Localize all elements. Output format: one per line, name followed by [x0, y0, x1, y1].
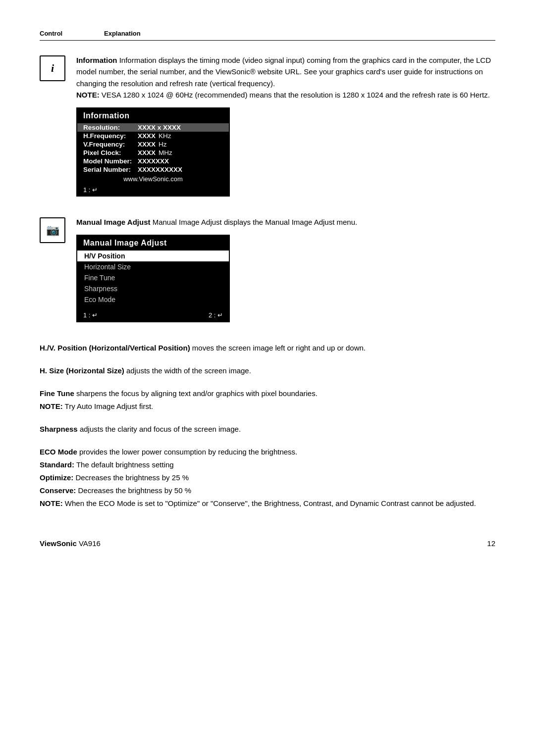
footer-brand-model: ViewSonic VA916	[40, 539, 101, 548]
mia-section: 📷 Manual Image Adjust Manual Image Adjus…	[40, 216, 495, 326]
information-osd-title: Information	[77, 108, 229, 123]
fine-tune-note-label: NOTE:	[40, 402, 63, 410]
eco-optimize-bold: Optimize:	[40, 473, 73, 482]
fine-tune-section: Fine Tune sharpens the focus by aligning…	[40, 388, 495, 412]
information-osd-box: Information Resolution: XXXX x XXXX H.Fr…	[76, 107, 230, 197]
mia-item-sharpness: Sharpness	[77, 283, 229, 294]
mia-desc-text: Manual Image Adjust displays the Manual …	[153, 218, 358, 226]
information-note-text: VESA 1280 x 1024 @ 60Hz (recommended) me…	[102, 91, 490, 99]
osd-vfreq-value: XXXX	[138, 141, 156, 148]
hv-position-section: H./V. Position (Horizontal/Vertical Posi…	[40, 342, 495, 354]
information-note-label: NOTE:	[76, 91, 100, 99]
osd-model-value: XXXXXXX	[138, 157, 169, 165]
mia-item-hsize: Horizontal Size	[77, 261, 229, 272]
explanation-column-header: Explanation	[104, 30, 141, 37]
hv-position-bold: H./V. Position (Horizontal/Vertical Posi…	[40, 344, 190, 352]
sharpness-text: Sharpness adjusts the clarity and focus …	[40, 423, 495, 435]
osd-model-label: Model Number:	[83, 157, 138, 165]
osd-footer: 1 : ↵	[77, 184, 229, 196]
eco-mode-section: ECO Mode provides the lower power consum…	[40, 446, 495, 509]
mia-item-ecomode: Eco Mode	[77, 294, 229, 305]
fine-tune-text: Fine Tune sharpens the focus by aligning…	[40, 388, 495, 400]
mia-icon-box: 📷	[40, 217, 65, 243]
eco-optimize-text: Decreases the brightness by 25 %	[76, 473, 189, 482]
h-size-text: H. Size (Horizontal Size) adjusts the wi…	[40, 365, 495, 377]
osd-row-resolution: Resolution: XXXX x XXXX	[77, 123, 229, 132]
information-content: Information Information displays the tim…	[76, 54, 495, 201]
hv-position-text: H./V. Position (Horizontal/Vertical Posi…	[40, 342, 495, 354]
osd-row-serial: Serial Number: XXXXXXXXXX	[77, 165, 229, 174]
footer-brand: ViewSonic	[40, 539, 77, 548]
osd-footer-nav: 1 : ↵	[83, 186, 98, 194]
sharpness-desc: adjusts the clarity and focus of the scr…	[80, 425, 241, 433]
mia-item-finetune: Fine Tune	[77, 272, 229, 283]
footer-page-number: 12	[487, 539, 495, 548]
information-icon-box: i	[40, 55, 65, 81]
control-column-header: Control	[40, 30, 104, 37]
table-header: Control Explanation	[40, 30, 495, 41]
osd-pixelclock-label: Pixel Clock:	[83, 149, 138, 156]
osd-pixelclock-value: XXXX	[138, 149, 156, 156]
sharpness-section: Sharpness adjusts the clarity and focus …	[40, 423, 495, 435]
osd-pixelclock-unit: MHz	[159, 149, 172, 156]
sharpness-bold: Sharpness	[40, 425, 78, 433]
mia-footer-left: 1 : ↵	[83, 311, 98, 319]
osd-website: www.ViewSonic.com	[77, 174, 229, 184]
mia-bold-label: Manual Image Adjust	[76, 218, 150, 226]
mia-item-hvposition: H/V Position	[77, 251, 229, 261]
fine-tune-note-text: Try Auto Image Adjust first.	[65, 402, 154, 410]
information-bold-label: Information	[76, 56, 117, 64]
osd-hfreq-value: XXXX	[138, 132, 156, 140]
osd-row-vfreq: V.Frequency: XXXX Hz	[77, 140, 229, 149]
eco-standard-bold: Standard:	[40, 460, 74, 469]
information-section: i Information Information displays the t…	[40, 54, 495, 201]
osd-row-pixelclock: Pixel Clock: XXXX MHz	[77, 149, 229, 157]
eco-optimize: Optimize: Decreases the brightness by 25…	[40, 472, 495, 484]
mia-content: Manual Image Adjust Manual Image Adjust …	[76, 216, 495, 326]
hv-position-desc: moves the screen image left or right and…	[192, 344, 366, 352]
mia-description: Manual Image Adjust Manual Image Adjust …	[76, 216, 495, 228]
mia-footer-right: 2 : ↵	[209, 311, 223, 319]
eco-conserve-bold: Conserve:	[40, 486, 76, 495]
mia-osd-footer: 1 : ↵ 2 : ↵	[77, 309, 229, 321]
fine-tune-bold: Fine Tune	[40, 389, 74, 398]
h-size-bold: H. Size (Horizontal Size)	[40, 366, 124, 375]
eco-note: NOTE: When the ECO Mode is set to "Optim…	[40, 498, 495, 509]
osd-resolution-value: XXXX x XXXX	[138, 124, 181, 131]
information-desc-text: Information displays the timing mode (vi…	[76, 56, 491, 88]
fine-tune-desc: sharpens the focus by aligning text and/…	[76, 389, 318, 398]
eco-mode-text: ECO Mode provides the lower power consum…	[40, 446, 495, 458]
page-footer: ViewSonic VA916 12	[40, 539, 495, 548]
osd-resolution-label: Resolution:	[83, 124, 138, 131]
osd-hfreq-label: H.Frequency:	[83, 132, 138, 140]
information-description: Information Information displays the tim…	[76, 54, 495, 101]
eco-standard: Standard: The default brightness setting	[40, 459, 495, 471]
camera-icon: 📷	[46, 224, 59, 237]
osd-row-model: Model Number: XXXXXXX	[77, 157, 229, 165]
eco-mode-desc: provides the lower power consumption by …	[79, 448, 297, 456]
mia-osd-title: Manual Image Adjust	[77, 236, 229, 251]
osd-hfreq-unit: KHz	[159, 132, 171, 140]
osd-row-hfreq: H.Frequency: XXXX KHz	[77, 132, 229, 140]
h-size-desc: adjusts the width of the screen image.	[126, 366, 251, 375]
osd-vfreq-unit: Hz	[159, 141, 167, 148]
osd-vfreq-label: V.Frequency:	[83, 141, 138, 148]
mia-osd-box: Manual Image Adjust H/V Position Horizon…	[76, 235, 230, 322]
fine-tune-note: NOTE: Try Auto Image Adjust first.	[40, 401, 495, 412]
h-size-section: H. Size (Horizontal Size) adjusts the wi…	[40, 365, 495, 377]
footer-model-text: VA916	[79, 539, 101, 548]
eco-conserve-text: Decreases the brightness by 50 %	[78, 486, 191, 495]
osd-serial-value: XXXXXXXXXX	[138, 166, 182, 173]
eco-note-label: NOTE:	[40, 499, 63, 507]
eco-conserve: Conserve: Decreases the brightness by 50…	[40, 485, 495, 497]
eco-mode-bold: ECO Mode	[40, 448, 77, 456]
eco-note-text: When the ECO Mode is set to "Optimize" o…	[65, 499, 476, 507]
info-icon: i	[51, 62, 54, 75]
osd-serial-label: Serial Number:	[83, 166, 138, 173]
eco-standard-text: The default brightness setting	[76, 460, 174, 469]
